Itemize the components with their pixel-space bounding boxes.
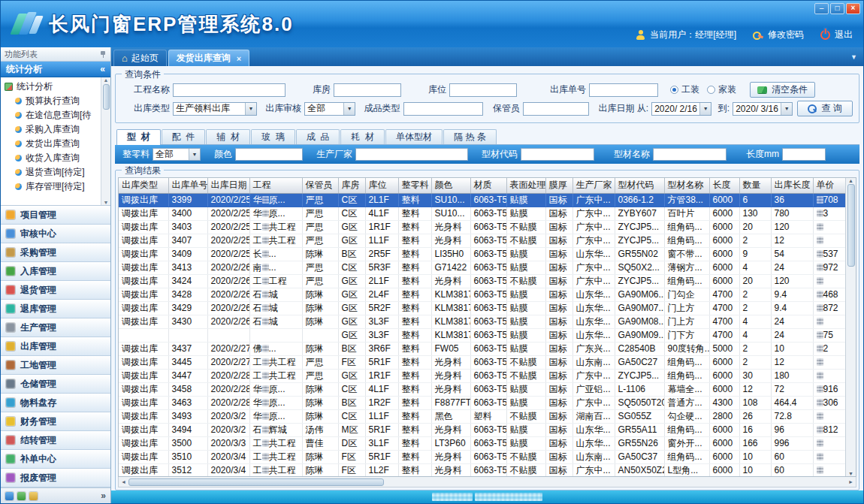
- column-header[interactable]: 膜厚: [545, 178, 572, 193]
- column-header[interactable]: 库位: [365, 178, 398, 193]
- table-row[interactable]: 调拨出库34632020/2/28华原...陈琳B区1R2F整料F8877FT6…: [119, 396, 845, 409]
- sidebar-module-item[interactable]: 结转管理: [1, 431, 110, 450]
- scroll-down-icon[interactable]: ▼: [848, 471, 853, 476]
- column-header[interactable]: 出库类型: [119, 178, 168, 193]
- table-row[interactable]: 调拨出库35122020/3/4工共工程陈琳F区1L2F整料光身料6063-T5…: [119, 463, 845, 476]
- date-from-picker[interactable]: 2020/ 2/16 ▼: [651, 102, 711, 116]
- material-tab[interactable]: 成 品: [296, 129, 340, 144]
- sidebar-module-item[interactable]: 退库管理: [1, 300, 110, 318]
- material-tab[interactable]: 隔 热 条: [443, 129, 497, 144]
- table-row[interactable]: 调拨出库34452020/2/27工共工程严思F区5R1F整料光身料6063-T…: [119, 355, 845, 369]
- column-header[interactable]: 型材名称: [664, 178, 709, 193]
- order-no-input[interactable]: [589, 83, 658, 97]
- table-row[interactable]: 调拨出库34282020/2/26石城陈琳G区2L4F整料KLM38176063…: [119, 288, 845, 301]
- column-header[interactable]: 库房: [338, 178, 365, 193]
- table-row[interactable]: 调拨出库34072020/2/25工共工程严思G区1L1F整料光身料6063-T…: [119, 234, 845, 247]
- location-input[interactable]: [449, 83, 517, 97]
- column-header[interactable]: 保管员: [302, 178, 338, 193]
- date-to-picker[interactable]: 2020/ 3/16 ▼: [733, 102, 793, 116]
- stats-section-header[interactable]: 统计分析 «: [1, 62, 110, 77]
- table-row[interactable]: 调拨出库34292020/2/26石城陈琳G区5R2F整料KLM38176063…: [119, 301, 845, 315]
- expand-icon[interactable]: »: [101, 490, 106, 501]
- sidebar-module-item[interactable]: 生产管理: [1, 318, 110, 337]
- column-header[interactable]: 型材代码: [615, 178, 664, 193]
- project-name-input[interactable]: [173, 83, 285, 97]
- radio-homewear[interactable]: 家装: [707, 83, 736, 96]
- sidebar-module-item[interactable]: 物料盘存: [1, 394, 110, 412]
- sidebar-module-item[interactable]: 工地管理: [1, 356, 110, 375]
- tree-item[interactable]: 采购入库查询: [5, 122, 99, 137]
- tools-icon[interactable]: [29, 492, 38, 500]
- material-tab[interactable]: 耗 材: [340, 129, 385, 144]
- clear-conditions-button[interactable]: 清空条件: [750, 82, 815, 98]
- sidebar-module-item[interactable]: 审核中心: [1, 225, 110, 243]
- column-header[interactable]: 出库单号: [168, 178, 207, 193]
- table-vertical-scrollbar[interactable]: ▲ ▼: [845, 178, 856, 476]
- table-row[interactable]: 调拨出库33992020/2/25华原...严思C区2L1F整料SU10...6…: [119, 193, 845, 207]
- pin-icon[interactable]: [99, 50, 107, 58]
- table-row[interactable]: G区3L3F整料KLM38176063-T5贴膜国标山东华...GA90M09.…: [119, 328, 845, 342]
- scroll-down-icon[interactable]: ▼: [104, 200, 109, 205]
- tab-home[interactable]: ⌂ 起始页: [113, 50, 167, 66]
- tree-item[interactable]: 发货出库查询: [5, 137, 99, 151]
- tab-close-icon[interactable]: ×: [237, 54, 241, 63]
- column-header[interactable]: 数量: [739, 178, 771, 193]
- material-tab[interactable]: 配 件: [162, 129, 206, 144]
- tree-item[interactable]: 在途信息查询[待: [5, 108, 99, 122]
- table-horizontal-scrollbar[interactable]: ◄ ►: [118, 477, 856, 487]
- manufacturer-input[interactable]: [355, 148, 468, 161]
- radio-workwear[interactable]: 工装: [670, 83, 699, 96]
- profile-name-input[interactable]: [653, 148, 727, 161]
- audit-select[interactable]: 全部 ▼: [304, 102, 355, 116]
- scroll-thumb[interactable]: [103, 84, 110, 110]
- scroll-up-icon[interactable]: ▲: [848, 178, 853, 183]
- sidebar-module-item[interactable]: 财务管理: [1, 412, 110, 431]
- minimize-button[interactable]: –: [814, 3, 829, 14]
- change-password-link[interactable]: 修改密码: [768, 29, 804, 41]
- column-header[interactable]: 出库长度: [771, 178, 813, 193]
- sidebar-module-item[interactable]: 采购管理: [1, 243, 110, 262]
- monitor-icon[interactable]: [5, 492, 14, 500]
- sidebar-module-item[interactable]: 入库管理: [1, 262, 110, 281]
- sidebar-module-item[interactable]: 退货管理: [1, 281, 110, 300]
- column-header[interactable]: 工程: [249, 178, 302, 193]
- collapse-icon[interactable]: «: [100, 64, 105, 74]
- scroll-thumb[interactable]: [128, 478, 384, 486]
- scroll-thumb[interactable]: [847, 184, 855, 267]
- column-header[interactable]: 材质: [470, 178, 506, 193]
- profile-code-input[interactable]: [521, 148, 594, 161]
- scroll-right-icon[interactable]: ►: [848, 479, 853, 484]
- scroll-up-icon[interactable]: ▲: [104, 77, 109, 83]
- table-row[interactable]: 调拨出库34932020/3/2华原...陈琳C区1L1F整料黑色塑料不贴膜国标…: [119, 409, 845, 423]
- tree-root-item[interactable]: 统计分析: [5, 80, 99, 94]
- table-row[interactable]: 调拨出库34942020/3/2石辉城汤伟M区5R1F整料光身料6063-T5贴…: [119, 423, 845, 436]
- tree-item[interactable]: 收货入库查询: [5, 151, 99, 165]
- warehouse-input[interactable]: [334, 83, 401, 97]
- table-row[interactable]: 调拨出库34092020/2/25长...陈琳B区2R5F整料LI35H0606…: [119, 247, 845, 261]
- product-type-input[interactable]: [403, 102, 483, 116]
- column-header[interactable]: 整零料: [398, 178, 431, 193]
- column-header[interactable]: 表面处理: [506, 178, 545, 193]
- logout-link[interactable]: 退出: [835, 29, 853, 41]
- sidebar-module-item[interactable]: 项目管理: [1, 206, 110, 225]
- tree-item[interactable]: 退货查询[待定]: [5, 165, 99, 180]
- tree-scrollbar[interactable]: ▲ ▼: [101, 77, 110, 205]
- table-row[interactable]: 调拨出库35102020/3/4工共工程陈琳F区5R1F整料光身料6063-T5…: [119, 450, 845, 463]
- table-row[interactable]: 调拨出库34002020/2/25华原...严思C区4L1F整料SU10...6…: [119, 207, 845, 220]
- table-row[interactable]: 调拨出库34132020/2/26南...严思C区5R3F整料G71422606…: [119, 261, 845, 274]
- sidebar-module-item[interactable]: 补单中心: [1, 450, 110, 469]
- material-tab[interactable]: 辅 材: [206, 129, 250, 144]
- keeper-input[interactable]: [523, 102, 589, 116]
- whole-piece-select[interactable]: 全部 ▼: [153, 148, 201, 161]
- tab-shipping-query[interactable]: 发货出库查询 ×: [168, 50, 249, 66]
- scroll-left-icon[interactable]: ◄: [121, 479, 126, 484]
- column-header[interactable]: 生产厂家: [572, 178, 615, 193]
- close-button[interactable]: ×: [846, 3, 860, 14]
- list-icon[interactable]: [17, 492, 26, 500]
- column-header[interactable]: 出库日期: [207, 178, 249, 193]
- table-row[interactable]: 调拨出库35002020/3/3工共工程曹佳D区3L1F整料LT3P606063…: [119, 436, 845, 450]
- column-header[interactable]: 颜色: [431, 178, 470, 193]
- search-button[interactable]: 查 询: [797, 101, 853, 116]
- table-row[interactable]: 调拨出库34372020/2/27佛...陈琳B区3R6F整料FW056063-…: [119, 342, 845, 355]
- sidebar-module-item[interactable]: 出库管理: [1, 337, 110, 356]
